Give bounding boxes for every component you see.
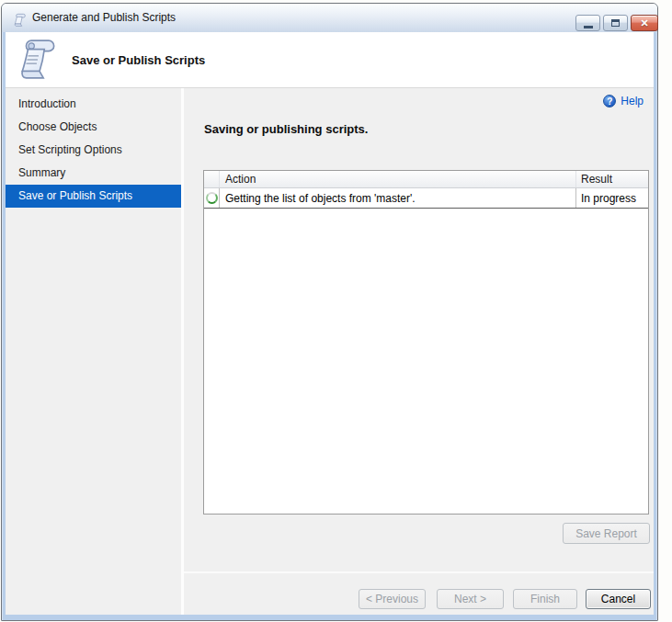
wizard-steps-sidebar: Introduction Choose Objects Set Scriptin…	[6, 88, 181, 615]
sidebar-item-save-or-publish-scripts[interactable]: Save or Publish Scripts	[6, 185, 181, 208]
page-title: Save or Publish Scripts	[72, 32, 205, 88]
wizard-banner: Save or Publish Scripts	[6, 32, 654, 88]
minimize-icon	[584, 26, 593, 28]
icon-column-header[interactable]	[204, 171, 220, 187]
sidebar-item-set-scripting-options[interactable]: Set Scripting Options	[6, 139, 181, 162]
minimize-button[interactable]	[575, 15, 600, 31]
footer-separator	[184, 571, 654, 573]
help-label: Help	[621, 95, 644, 107]
action-column-header[interactable]: Action	[220, 171, 576, 187]
cancel-button[interactable]: Cancel	[586, 589, 651, 609]
help-icon: ?	[603, 95, 616, 107]
status-heading: Saving or publishing scripts.	[204, 122, 368, 136]
finish-button[interactable]: Finish	[513, 589, 577, 609]
save-report-button[interactable]: Save Report	[563, 523, 650, 544]
result-column-header[interactable]: Result	[576, 171, 648, 187]
main-panel: ? Help Saving or publishing scripts. Act…	[184, 88, 654, 571]
maximize-button[interactable]	[603, 15, 628, 31]
close-button[interactable]: ✕	[631, 15, 658, 31]
caption-buttons: ✕	[575, 15, 658, 31]
maximize-icon	[611, 19, 620, 27]
screen: Generate and Publish Scripts ✕	[0, 0, 672, 622]
in-progress-spinner-icon	[206, 192, 218, 204]
title-bar[interactable]: Generate and Publish Scripts ✕	[2, 4, 657, 32]
row-result-cell: In progress	[576, 188, 648, 208]
help-link[interactable]: ? Help	[603, 95, 644, 107]
script-scroll-icon	[17, 37, 60, 83]
sidebar-item-introduction[interactable]: Introduction	[6, 93, 181, 116]
sidebar-item-summary[interactable]: Summary	[6, 162, 181, 185]
window-title: Generate and Publish Scripts	[32, 4, 176, 32]
table-header: Action Result	[204, 171, 648, 188]
previous-button[interactable]: < Previous	[359, 589, 426, 609]
sidebar-item-choose-objects[interactable]: Choose Objects	[6, 116, 181, 139]
row-action-cell: Getting the list of objects from 'master…	[220, 188, 576, 208]
progress-table: Action Result Getting the list of object…	[203, 170, 649, 515]
table-row[interactable]: Getting the list of objects from 'master…	[204, 188, 648, 209]
script-scroll-icon	[13, 13, 28, 28]
next-button[interactable]: Next >	[437, 589, 504, 609]
close-icon: ✕	[640, 18, 648, 28]
